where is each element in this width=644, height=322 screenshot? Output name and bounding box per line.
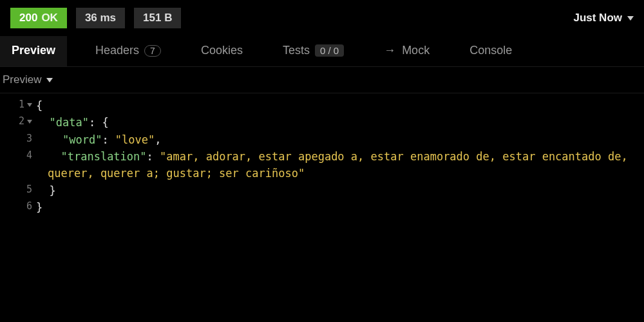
status-text: OK [41, 12, 58, 24]
response-size-chip: 151 B [134, 8, 181, 28]
code-line: 3 "word": "love", [0, 131, 644, 148]
response-meta-bar: 200 OK 36 ms 151 B Just Now [0, 0, 644, 36]
tab-preview[interactable]: Preview [0, 36, 67, 66]
timestamp-label: Just Now [573, 12, 622, 24]
line-gutter: 2 [0, 114, 36, 131]
arrow-right-icon: → [384, 44, 395, 57]
tab-console-label: Console [469, 44, 512, 57]
status-badge: 200 OK [10, 8, 67, 28]
line-number: 3 [0, 131, 36, 148]
fold-icon[interactable] [27, 103, 32, 107]
tab-tests-label: Tests [283, 44, 310, 57]
code-line: 6 } [0, 199, 644, 216]
line-number: 6 [0, 199, 36, 216]
tab-cookies[interactable]: Cookies [189, 36, 254, 66]
status-code: 200 [19, 12, 37, 24]
response-tabs: Preview Headers 7 Cookies Tests 0 / 0 → … [0, 36, 644, 67]
line-gutter: 1 [0, 97, 36, 114]
preview-mode-label: Preview [3, 73, 41, 86]
line-number: 4 [0, 148, 36, 182]
tab-cookies-label: Cookies [201, 44, 243, 57]
line-number: 5 [0, 182, 36, 199]
tab-mock[interactable]: → Mock [372, 36, 441, 66]
tab-mock-label: Mock [402, 44, 430, 57]
code-line: 1 { [0, 97, 644, 114]
caret-down-icon [627, 16, 634, 21]
response-time-chip: 36 ms [76, 8, 125, 28]
preview-mode-dropdown[interactable]: Preview [0, 67, 644, 93]
tests-ratio-badge: 0 / 0 [315, 44, 344, 57]
code-src: "data": { [36, 114, 644, 131]
tab-console[interactable]: Console [458, 36, 524, 66]
fold-icon[interactable] [27, 120, 32, 124]
code-src: } [36, 182, 644, 199]
code-src: "translation": "amar, adorar, estar apeg… [36, 148, 644, 182]
tab-tests[interactable]: Tests 0 / 0 [271, 36, 355, 66]
code-src: "word": "love", [36, 131, 644, 148]
tab-headers-label: Headers [95, 44, 139, 57]
code-line: 5 } [0, 182, 644, 199]
headers-count-badge: 7 [144, 45, 161, 57]
code-src: { [36, 97, 644, 114]
code-line: 2 "data": { [0, 114, 644, 131]
tab-preview-label: Preview [12, 44, 55, 57]
caret-down-icon [46, 78, 53, 82]
tab-headers[interactable]: Headers 7 [84, 36, 173, 66]
code-src: } [36, 199, 644, 216]
code-line: 4 "translation": "amar, adorar, estar ap… [0, 148, 644, 182]
timestamp-dropdown[interactable]: Just Now [573, 12, 634, 24]
response-body: 1 { 2 "data": { 3 "word": "love", 4 "tra… [0, 93, 644, 216]
